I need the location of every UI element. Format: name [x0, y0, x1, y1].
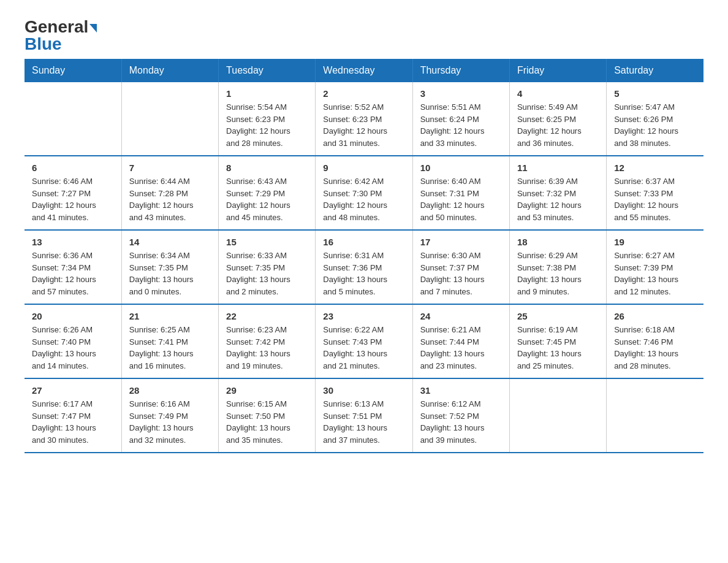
calendar-cell: 12Sunrise: 6:37 AM Sunset: 7:33 PM Dayli…: [607, 156, 703, 230]
day-info: Sunrise: 6:33 AM Sunset: 7:35 PM Dayligh…: [226, 250, 308, 297]
calendar-cell: 4Sunrise: 5:49 AM Sunset: 6:25 PM Daylig…: [509, 82, 606, 156]
day-info: Sunrise: 6:31 AM Sunset: 7:36 PM Dayligh…: [323, 250, 404, 297]
day-number: 9: [323, 163, 404, 173]
day-info: Sunrise: 6:19 AM Sunset: 7:45 PM Dayligh…: [517, 324, 599, 372]
calendar-cell: 17Sunrise: 6:30 AM Sunset: 7:37 PM Dayli…: [412, 230, 509, 304]
calendar-cell: 31Sunrise: 6:12 AM Sunset: 7:52 PM Dayli…: [412, 378, 509, 453]
day-number: 29: [226, 385, 308, 396]
calendar-cell: 9Sunrise: 6:42 AM Sunset: 7:30 PM Daylig…: [316, 156, 412, 230]
day-number: 24: [420, 311, 502, 321]
day-info: Sunrise: 6:39 AM Sunset: 7:32 PM Dayligh…: [517, 175, 599, 223]
calendar-table: SundayMondayTuesdayWednesdayThursdayFrid…: [25, 59, 703, 453]
day-number: 12: [614, 163, 696, 173]
calendar-cell: [121, 82, 218, 156]
logo: GeneralBlue: [25, 18, 97, 53]
day-number: 17: [420, 237, 502, 247]
day-number: 26: [614, 311, 696, 321]
day-info: Sunrise: 6:22 AM Sunset: 7:43 PM Dayligh…: [323, 324, 404, 372]
calendar-cell: 3Sunrise: 5:51 AM Sunset: 6:24 PM Daylig…: [412, 82, 509, 156]
day-number: 30: [323, 385, 404, 396]
day-number: 31: [420, 385, 502, 396]
calendar-cell: 19Sunrise: 6:27 AM Sunset: 7:39 PM Dayli…: [607, 230, 703, 304]
day-number: 3: [420, 88, 502, 99]
day-number: 18: [517, 237, 599, 247]
day-number: 10: [420, 163, 502, 173]
day-number: 1: [226, 88, 308, 99]
day-info: Sunrise: 6:37 AM Sunset: 7:33 PM Dayligh…: [614, 175, 696, 223]
logo-blue-text: Blue: [25, 34, 62, 53]
calendar-cell: 8Sunrise: 6:43 AM Sunset: 7:29 PM Daylig…: [219, 156, 316, 230]
day-info: Sunrise: 6:16 AM Sunset: 7:49 PM Dayligh…: [129, 398, 211, 446]
calendar-header-row: SundayMondayTuesdayWednesdayThursdayFrid…: [25, 59, 703, 82]
calendar-cell: 7Sunrise: 6:44 AM Sunset: 7:28 PM Daylig…: [121, 156, 218, 230]
calendar-header-monday: Monday: [121, 59, 218, 82]
day-number: 21: [129, 311, 211, 321]
day-info: Sunrise: 6:30 AM Sunset: 7:37 PM Dayligh…: [420, 250, 502, 297]
day-number: 6: [32, 163, 114, 173]
calendar-header-wednesday: Wednesday: [316, 59, 412, 82]
calendar-cell: 21Sunrise: 6:25 AM Sunset: 7:41 PM Dayli…: [121, 304, 218, 378]
calendar-cell: 5Sunrise: 5:47 AM Sunset: 6:26 PM Daylig…: [607, 82, 703, 156]
day-number: 19: [614, 237, 696, 247]
day-number: 22: [226, 311, 308, 321]
day-number: 20: [32, 311, 114, 321]
day-info: Sunrise: 6:15 AM Sunset: 7:50 PM Dayligh…: [226, 398, 308, 446]
day-number: 4: [517, 88, 599, 99]
calendar-header-sunday: Sunday: [25, 59, 121, 82]
day-info: Sunrise: 5:51 AM Sunset: 6:24 PM Dayligh…: [420, 101, 502, 149]
calendar-cell: [25, 82, 121, 156]
calendar-cell: 1Sunrise: 5:54 AM Sunset: 6:23 PM Daylig…: [219, 82, 316, 156]
day-info: Sunrise: 6:21 AM Sunset: 7:44 PM Dayligh…: [420, 324, 502, 372]
day-info: Sunrise: 6:43 AM Sunset: 7:29 PM Dayligh…: [226, 175, 308, 223]
day-info: Sunrise: 5:54 AM Sunset: 6:23 PM Dayligh…: [226, 101, 308, 149]
calendar-header-saturday: Saturday: [607, 59, 703, 82]
day-number: 28: [129, 385, 211, 396]
calendar-week-row: 27Sunrise: 6:17 AM Sunset: 7:47 PM Dayli…: [25, 378, 703, 453]
calendar-cell: 26Sunrise: 6:18 AM Sunset: 7:46 PM Dayli…: [607, 304, 703, 378]
calendar-cell: 29Sunrise: 6:15 AM Sunset: 7:50 PM Dayli…: [219, 378, 316, 453]
day-number: 11: [517, 163, 599, 173]
day-info: Sunrise: 6:44 AM Sunset: 7:28 PM Dayligh…: [129, 175, 211, 223]
day-info: Sunrise: 6:29 AM Sunset: 7:38 PM Dayligh…: [517, 250, 599, 297]
calendar-header-tuesday: Tuesday: [219, 59, 316, 82]
calendar-cell: [509, 378, 606, 453]
day-info: Sunrise: 5:47 AM Sunset: 6:26 PM Dayligh…: [614, 101, 696, 149]
day-info: Sunrise: 6:36 AM Sunset: 7:34 PM Dayligh…: [32, 250, 114, 297]
logo-triangle-icon: [89, 24, 97, 33]
day-number: 15: [226, 237, 308, 247]
calendar-cell: 14Sunrise: 6:34 AM Sunset: 7:35 PM Dayli…: [121, 230, 218, 304]
calendar-cell: 15Sunrise: 6:33 AM Sunset: 7:35 PM Dayli…: [219, 230, 316, 304]
calendar-cell: 2Sunrise: 5:52 AM Sunset: 6:23 PM Daylig…: [316, 82, 412, 156]
day-number: 2: [323, 88, 404, 99]
day-info: Sunrise: 6:18 AM Sunset: 7:46 PM Dayligh…: [614, 324, 696, 372]
day-number: 23: [323, 311, 404, 321]
calendar-cell: 22Sunrise: 6:23 AM Sunset: 7:42 PM Dayli…: [219, 304, 316, 378]
calendar-header-friday: Friday: [509, 59, 606, 82]
day-info: Sunrise: 6:17 AM Sunset: 7:47 PM Dayligh…: [32, 398, 114, 446]
day-number: 14: [129, 237, 211, 247]
day-info: Sunrise: 6:34 AM Sunset: 7:35 PM Dayligh…: [129, 250, 211, 297]
day-number: 25: [517, 311, 599, 321]
day-number: 8: [226, 163, 308, 173]
day-info: Sunrise: 6:27 AM Sunset: 7:39 PM Dayligh…: [614, 250, 696, 297]
day-info: Sunrise: 6:13 AM Sunset: 7:51 PM Dayligh…: [323, 398, 404, 446]
calendar-cell: 13Sunrise: 6:36 AM Sunset: 7:34 PM Dayli…: [25, 230, 121, 304]
day-info: Sunrise: 5:49 AM Sunset: 6:25 PM Dayligh…: [517, 101, 599, 149]
calendar-cell: 25Sunrise: 6:19 AM Sunset: 7:45 PM Dayli…: [509, 304, 606, 378]
day-info: Sunrise: 6:46 AM Sunset: 7:27 PM Dayligh…: [32, 175, 114, 223]
calendar-cell: 18Sunrise: 6:29 AM Sunset: 7:38 PM Dayli…: [509, 230, 606, 304]
calendar-cell: 20Sunrise: 6:26 AM Sunset: 7:40 PM Dayli…: [25, 304, 121, 378]
calendar-cell: [607, 378, 703, 453]
calendar-cell: 27Sunrise: 6:17 AM Sunset: 7:47 PM Dayli…: [25, 378, 121, 453]
calendar-cell: 28Sunrise: 6:16 AM Sunset: 7:49 PM Dayli…: [121, 378, 218, 453]
calendar-week-row: 1Sunrise: 5:54 AM Sunset: 6:23 PM Daylig…: [25, 82, 703, 156]
logo-area: GeneralBlue: [25, 18, 97, 53]
calendar-week-row: 20Sunrise: 6:26 AM Sunset: 7:40 PM Dayli…: [25, 304, 703, 378]
day-info: Sunrise: 6:23 AM Sunset: 7:42 PM Dayligh…: [226, 324, 308, 372]
calendar-cell: 23Sunrise: 6:22 AM Sunset: 7:43 PM Dayli…: [316, 304, 412, 378]
day-info: Sunrise: 6:40 AM Sunset: 7:31 PM Dayligh…: [420, 175, 502, 223]
day-info: Sunrise: 6:26 AM Sunset: 7:40 PM Dayligh…: [32, 324, 114, 372]
calendar-week-row: 13Sunrise: 6:36 AM Sunset: 7:34 PM Dayli…: [25, 230, 703, 304]
calendar-cell: 16Sunrise: 6:31 AM Sunset: 7:36 PM Dayli…: [316, 230, 412, 304]
page-header: GeneralBlue: [25, 18, 703, 53]
